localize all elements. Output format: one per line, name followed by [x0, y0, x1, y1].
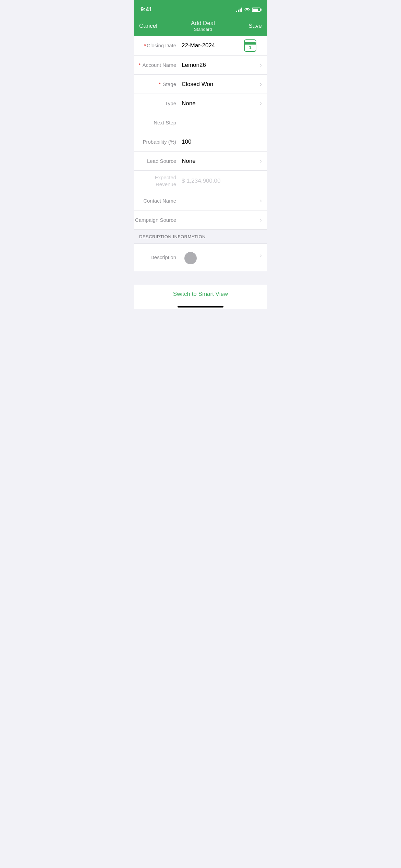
chevron-right-icon: › [260, 81, 262, 88]
stage-row[interactable]: * Stage Closed Won › [134, 75, 267, 94]
account-name-label: * Account Name [134, 62, 182, 69]
wifi-icon [244, 7, 250, 12]
lead-source-label: Lead Source [134, 158, 182, 165]
spacer [134, 271, 267, 285]
description-label: Description [134, 254, 182, 261]
bottom-bar: Switch to Smart View [134, 285, 267, 303]
contact-name-row[interactable]: Contact Name › [134, 191, 267, 210]
signal-icon [236, 7, 242, 12]
lead-source-value[interactable]: None › [182, 157, 267, 165]
chevron-right-icon: › [260, 197, 262, 204]
lead-source-row[interactable]: Lead Source None › [134, 152, 267, 171]
nav-title-main: Add Deal [191, 20, 215, 27]
nav-bar: Cancel Add Deal Standard Save [134, 17, 267, 36]
chevron-right-icon: › [260, 100, 262, 107]
expected-revenue-value[interactable]: $ 1,234,900.00 [182, 178, 267, 184]
stage-text: Closed Won [182, 81, 260, 88]
chevron-right-icon: › [260, 61, 262, 69]
expected-revenue-label: Expected Revenue [134, 174, 182, 188]
campaign-source-label: Campaign Source [134, 217, 182, 224]
required-star: * [144, 43, 146, 48]
lead-source-text: None [182, 158, 260, 165]
nav-title-sub: Standard [191, 27, 215, 32]
stage-label: * Stage [134, 81, 182, 88]
home-indicator [134, 303, 267, 309]
switch-smart-view-button[interactable]: Switch to Smart View [173, 291, 228, 297]
required-star: * [138, 62, 141, 68]
nav-title: Add Deal Standard [191, 20, 215, 32]
calendar-icon[interactable]: 1 [244, 39, 256, 52]
cancel-button[interactable]: Cancel [139, 23, 157, 29]
status-time: 9:41 [141, 6, 152, 13]
expected-revenue-text: $ 1,234,900.00 [182, 178, 262, 184]
campaign-source-value[interactable]: › [182, 216, 267, 224]
section-header-label: DESCRIPTION INFORMATION [139, 234, 206, 239]
probability-label: Probability (%) [134, 138, 182, 145]
chevron-right-icon: › [260, 216, 262, 224]
next-step-label: Next Step [134, 119, 182, 126]
chevron-right-icon: › [260, 252, 262, 259]
save-button[interactable]: Save [248, 23, 262, 29]
description-row[interactable]: Description › [134, 244, 267, 271]
home-bar [178, 306, 223, 308]
contact-name-value[interactable]: › [182, 197, 267, 204]
status-icons [236, 7, 260, 12]
closing-date-value[interactable]: 22-Mar-2024 1 [182, 39, 267, 52]
campaign-source-row[interactable]: Campaign Source › [134, 210, 267, 230]
next-step-row[interactable]: Next Step [134, 113, 267, 132]
account-name-value[interactable]: Lemon26 › [182, 61, 267, 69]
contact-name-label: Contact Name [134, 197, 182, 204]
description-section-header: DESCRIPTION INFORMATION [134, 230, 267, 244]
mic-button[interactable] [184, 252, 197, 264]
type-text: None [182, 100, 260, 107]
description-value[interactable]: › [182, 251, 267, 264]
battery-icon [252, 8, 260, 12]
stage-value[interactable]: Closed Won › [182, 81, 267, 88]
closing-date-label: *Closing Date [134, 42, 182, 49]
expected-revenue-row[interactable]: Expected Revenue $ 1,234,900.00 [134, 171, 267, 191]
description-section: Description › [134, 244, 267, 271]
status-bar: 9:41 [134, 0, 267, 17]
required-star: * [159, 81, 161, 87]
type-value[interactable]: None › [182, 100, 267, 107]
form-section: *Closing Date 22-Mar-2024 1 * Account Na… [134, 36, 267, 230]
closing-date-row[interactable]: *Closing Date 22-Mar-2024 1 [134, 36, 267, 56]
probability-row[interactable]: Probability (%) 100 [134, 132, 267, 152]
closing-date-text: 22-Mar-2024 [182, 42, 244, 49]
probability-value[interactable]: 100 [182, 138, 267, 145]
probability-text: 100 [182, 138, 262, 145]
chevron-right-icon: › [260, 157, 262, 165]
account-name-row[interactable]: * Account Name Lemon26 › [134, 56, 267, 75]
type-label: Type [134, 100, 182, 107]
type-row[interactable]: Type None › [134, 94, 267, 113]
account-name-text: Lemon26 [182, 62, 260, 69]
